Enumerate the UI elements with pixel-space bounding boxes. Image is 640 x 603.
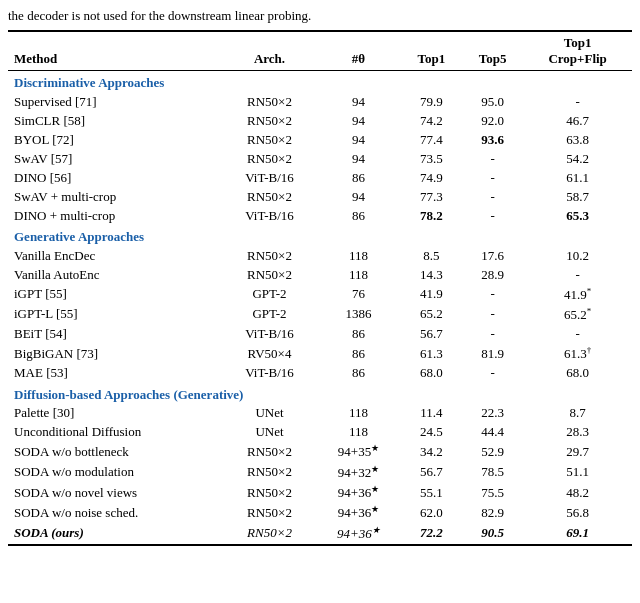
cell-crop: - [523, 325, 632, 344]
col-method: Method [8, 31, 223, 71]
col-top1: Top1 [401, 31, 462, 71]
cell-top1: 73.5 [401, 149, 462, 168]
cell-method: SODA w/o noise sched. [8, 503, 223, 523]
cell-top5: 90.5 [462, 523, 523, 544]
table-row: SODA (ours)RN50×294+36★72.290.569.1 [8, 523, 632, 544]
cell-crop: 28.3 [523, 423, 632, 442]
cell-arch: RN50×2 [223, 111, 316, 130]
cell-params: 118 [316, 423, 401, 442]
cell-arch: RN50×2 [223, 130, 316, 149]
section-header-row: Discriminative Approaches [8, 71, 632, 93]
cell-crop: 8.7 [523, 404, 632, 423]
cell-params: 94 [316, 130, 401, 149]
cell-top5: - [462, 149, 523, 168]
table-row: BEiT [54]ViT-B/168656.7-- [8, 325, 632, 344]
cell-method: DINO [56] [8, 168, 223, 187]
cell-method: BYOL [72] [8, 130, 223, 149]
cell-crop: 68.0 [523, 364, 632, 383]
cell-method: SODA w/o novel views [8, 483, 223, 503]
section-title: Generative Approaches [8, 225, 632, 246]
table-row: Vanilla AutoEncRN50×211814.328.9- [8, 265, 632, 284]
table-row: DINO + multi-cropViT-B/168678.2-65.3 [8, 206, 632, 225]
cell-method: SODA w/o bottleneck [8, 442, 223, 462]
cell-method: SODA (ours) [8, 523, 223, 544]
cell-arch: RN50×2 [223, 246, 316, 265]
cell-top1: 56.7 [401, 325, 462, 344]
cell-arch: RN50×2 [223, 92, 316, 111]
table-row: Vanilla EncDecRN50×21188.517.610.2 [8, 246, 632, 265]
cell-method: iGPT [55] [8, 284, 223, 304]
cell-crop: 69.1 [523, 523, 632, 544]
intro-text: the decoder is not used for the downstre… [8, 8, 632, 24]
cell-params: 1386 [316, 304, 401, 324]
cell-arch: ViT-B/16 [223, 168, 316, 187]
cell-top5: 52.9 [462, 442, 523, 462]
section-title: Diffusion-based Approaches (Generative) [8, 383, 632, 404]
cell-top1: 55.1 [401, 483, 462, 503]
cell-crop: 48.2 [523, 483, 632, 503]
table-row: SODA w/o novel viewsRN50×294+36★55.175.5… [8, 483, 632, 503]
cell-top5: 81.9 [462, 344, 523, 364]
cell-top5: 82.9 [462, 503, 523, 523]
cell-crop: 10.2 [523, 246, 632, 265]
cell-method: BigBiGAN [73] [8, 344, 223, 364]
cell-method: Vanilla AutoEnc [8, 265, 223, 284]
section-title: Discriminative Approaches [8, 71, 632, 93]
cell-method: Palette [30] [8, 404, 223, 423]
cell-method: iGPT-L [55] [8, 304, 223, 324]
cell-method: BEiT [54] [8, 325, 223, 344]
cell-top5: - [462, 168, 523, 187]
cell-top5: - [462, 206, 523, 225]
cell-top1: 74.2 [401, 111, 462, 130]
table-row: SimCLR [58]RN50×29474.292.046.7 [8, 111, 632, 130]
results-table: Method Arch. #θ Top1 Top5 Top1Crop+Flip … [8, 30, 632, 546]
cell-top1: 24.5 [401, 423, 462, 442]
cell-top5: 22.3 [462, 404, 523, 423]
cell-params: 118 [316, 265, 401, 284]
cell-params: 86 [316, 325, 401, 344]
cell-top5: 75.5 [462, 483, 523, 503]
cell-arch: GPT-2 [223, 304, 316, 324]
table-row: iGPT [55]GPT-27641.9-41.9* [8, 284, 632, 304]
cell-top1: 62.0 [401, 503, 462, 523]
cell-arch: UNet [223, 404, 316, 423]
cell-params: 94+32★ [316, 462, 401, 482]
cell-arch: ViT-B/16 [223, 364, 316, 383]
cell-crop: - [523, 265, 632, 284]
cell-arch: ViT-B/16 [223, 206, 316, 225]
cell-method: Supervised [71] [8, 92, 223, 111]
cell-top5: 93.6 [462, 130, 523, 149]
table-row: SwAV + multi-cropRN50×29477.3-58.7 [8, 187, 632, 206]
cell-arch: ViT-B/16 [223, 325, 316, 344]
cell-top1: 78.2 [401, 206, 462, 225]
cell-top1: 77.4 [401, 130, 462, 149]
cell-top5: 95.0 [462, 92, 523, 111]
cell-top1: 77.3 [401, 187, 462, 206]
col-arch: Arch. [223, 31, 316, 71]
cell-params: 94+35★ [316, 442, 401, 462]
cell-method: SODA w/o modulation [8, 462, 223, 482]
cell-top5: 92.0 [462, 111, 523, 130]
table-row: SwAV [57]RN50×29473.5-54.2 [8, 149, 632, 168]
cell-crop: 65.3 [523, 206, 632, 225]
table-row: BYOL [72]RN50×29477.493.663.8 [8, 130, 632, 149]
col-top1-crop: Top1Crop+Flip [523, 31, 632, 71]
cell-method: DINO + multi-crop [8, 206, 223, 225]
cell-crop: 61.1 [523, 168, 632, 187]
cell-crop: 46.7 [523, 111, 632, 130]
table-row: Supervised [71]RN50×29479.995.0- [8, 92, 632, 111]
cell-top1: 41.9 [401, 284, 462, 304]
cell-method: SimCLR [58] [8, 111, 223, 130]
cell-params: 94+36★ [316, 503, 401, 523]
cell-params: 94+36★ [316, 483, 401, 503]
cell-top5: 28.9 [462, 265, 523, 284]
cell-method: MAE [53] [8, 364, 223, 383]
cell-top1: 8.5 [401, 246, 462, 265]
cell-top5: - [462, 187, 523, 206]
cell-arch: RV50×4 [223, 344, 316, 364]
cell-top1: 61.3 [401, 344, 462, 364]
cell-params: 118 [316, 404, 401, 423]
cell-top5: - [462, 364, 523, 383]
cell-params: 94 [316, 111, 401, 130]
cell-params: 86 [316, 364, 401, 383]
